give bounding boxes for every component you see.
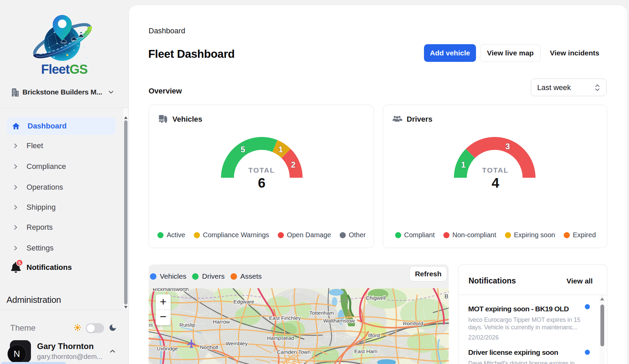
svg-text:Wembley: Wembley [226, 341, 248, 346]
svg-text:Edgware: Edgware [233, 299, 254, 305]
svg-text:Tottenham: Tottenham [309, 310, 334, 316]
svg-text:ros: ros [149, 322, 153, 328]
svg-text:3: 3 [506, 142, 510, 151]
svg-text:Ruislip: Ruislip [180, 322, 196, 328]
svg-text:Walthamstow: Walthamstow [323, 318, 355, 324]
svg-text:Northolt: Northolt [200, 344, 219, 350]
svg-text:Hampstead: Hampstead [267, 335, 294, 341]
svg-text:Rickmansworth: Rickmansworth [153, 288, 189, 292]
svg-text:Uxbridge: Uxbridge [157, 346, 178, 351]
svg-text:East Finchley: East Finchley [269, 315, 301, 321]
svg-text:Romford: Romford [403, 320, 423, 326]
svg-text:Camden Town: Camden Town [277, 349, 311, 355]
svg-text:Harrow: Harrow [213, 319, 230, 325]
svg-text:5: 5 [241, 145, 245, 154]
svg-text:Ilford: Ilford [368, 332, 380, 338]
svg-text:1: 1 [278, 145, 283, 154]
svg-text:East Ham: East Ham [354, 348, 377, 354]
svg-text:B: B [444, 293, 448, 300]
svg-text:5: 5 [18, 260, 21, 265]
svg-text:Chigwell: Chigwell [366, 295, 386, 301]
